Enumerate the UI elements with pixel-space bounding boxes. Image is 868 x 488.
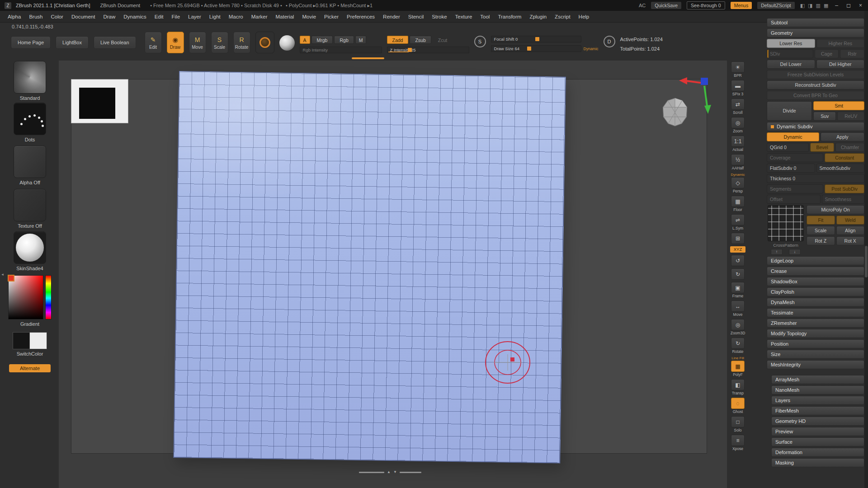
spin-ccw-button[interactable]: ↺ — [731, 255, 745, 266]
section-deformation[interactable]: Deformation — [771, 448, 864, 457]
menu-material[interactable]: Material — [272, 11, 298, 23]
rgb-intensity-slider[interactable]: Rgb Intensity — [300, 47, 382, 53]
scale-button[interactable]: S Scale — [211, 32, 228, 53]
post-subdiv-button[interactable]: Post SubDiv — [825, 184, 864, 193]
weld-button[interactable]: Weld — [836, 216, 865, 225]
zsub-button[interactable]: Zsub — [410, 36, 431, 44]
main-color-swatch[interactable] — [13, 332, 30, 349]
rstr-button[interactable]: Rstr — [840, 49, 864, 58]
align-button[interactable]: Align — [836, 226, 865, 235]
floor-button[interactable]: ▦Floor — [731, 196, 745, 212]
menu-document[interactable]: Document — [67, 11, 99, 23]
constant-button[interactable]: Constant — [825, 153, 864, 162]
menu-preferences[interactable]: Preferences — [343, 11, 379, 23]
actual-button[interactable]: 1:1Actual — [731, 136, 745, 152]
current-material-button[interactable] — [279, 35, 295, 51]
freeze-subdivision-button[interactable]: Freeze SubDivision Levels — [767, 70, 864, 79]
section-tessimate[interactable]: Tessimate — [767, 308, 864, 317]
zadd-button[interactable]: Zadd — [387, 36, 409, 44]
section-layers[interactable]: Layers — [771, 396, 864, 405]
del-higher-button[interactable]: Del Higher — [816, 60, 865, 69]
dock-left-icon[interactable]: ◧ — [800, 3, 805, 9]
rotate-button[interactable]: R Rotate — [233, 32, 250, 53]
move-button[interactable]: ↔Move — [731, 300, 745, 317]
menus-button[interactable]: Menus — [731, 2, 752, 9]
lsym-button[interactable]: ⇌L.Sym — [731, 214, 745, 230]
thickness-slider[interactable]: Thickness 0 — [767, 174, 864, 183]
sdiv-slider[interactable]: SDiv — [767, 49, 813, 58]
qgrid-slider[interactable]: QGrid 0 — [767, 143, 809, 152]
suv-button[interactable]: Suv — [813, 112, 836, 121]
spix-slider[interactable]: ▬SPix 3 — [731, 80, 745, 96]
del-lower-button[interactable]: Del Lower — [767, 60, 815, 69]
xpose-button[interactable]: ≡Xpose — [731, 435, 745, 451]
menu-transform[interactable]: Transform — [494, 11, 525, 23]
quicksave-button[interactable]: QuickSave — [651, 2, 681, 9]
section-geometry-hd[interactable]: Geometry HD — [771, 417, 864, 426]
lightbox-button[interactable]: LightBox — [56, 36, 89, 49]
nav-dash-left[interactable] — [359, 472, 384, 473]
menu-movie[interactable]: Movie — [298, 11, 320, 23]
plane3d-mesh[interactable] — [174, 71, 566, 463]
section-meshintegrity[interactable]: MeshIntegrity — [767, 360, 864, 369]
divide-button[interactable]: Divide — [767, 101, 812, 121]
layout-grid-icon[interactable]: ▦ — [824, 3, 828, 9]
section-nanomesh[interactable]: NanoMesh — [771, 385, 864, 394]
local-button[interactable]: ⊞ — [731, 233, 745, 244]
next-pattern-button[interactable]: ↓ — [789, 249, 801, 255]
texture-selector[interactable]: Texture Off — [0, 189, 60, 229]
offset-slider[interactable]: Offset — [767, 195, 821, 204]
aahalf-button[interactable]: ½AAHalf — [731, 154, 745, 170]
menu-zplugin[interactable]: Zplugin — [525, 11, 551, 23]
maximize-button[interactable]: ◻ — [845, 2, 852, 9]
brush-preview-button[interactable] — [255, 32, 274, 53]
frame-button[interactable]: ▣Frame — [731, 282, 745, 298]
alpha-selector[interactable]: Alpha Off — [0, 145, 60, 185]
draw-size-slider[interactable]: Draw Size 64 — [491, 45, 581, 52]
panes-icon[interactable]: ▥ — [816, 3, 821, 9]
menu-layer[interactable]: Layer — [184, 11, 205, 23]
section-claypolish[interactable]: ClayPolish — [767, 287, 864, 296]
menu-tool[interactable]: Tool — [476, 11, 494, 23]
edit-button[interactable]: ✎ Edit — [145, 32, 162, 53]
saturation-square[interactable] — [8, 275, 43, 319]
brush-selector[interactable]: Standard — [0, 61, 60, 101]
mrgb-button[interactable]: Mrgb — [311, 36, 333, 44]
transp-button[interactable]: ◧Transp — [731, 379, 745, 395]
rotate-button[interactable]: ↻Rotate — [731, 338, 745, 354]
menu-edit[interactable]: Edit — [151, 11, 168, 23]
micropoly-scale-button[interactable]: Scale — [807, 226, 835, 235]
dynamic-subdiv-header[interactable]: Dynamic Subdiv — [767, 122, 864, 131]
nav-up-icon[interactable]: ▲ — [387, 470, 391, 474]
nav-down-icon[interactable]: ▼ — [393, 470, 397, 474]
section-fibermesh[interactable]: FiberMesh — [771, 406, 864, 415]
shelf-collapse-arrow[interactable]: ◂ — [0, 270, 5, 278]
solo-button[interactable]: □Solo — [731, 416, 745, 432]
camera-head-widget[interactable] — [660, 97, 690, 127]
xyz-button[interactable]: XYZ — [730, 246, 745, 253]
bpr-button[interactable]: ☀BPR — [731, 61, 745, 78]
reconstruct-subdiv-button[interactable]: Reconstruct Subdiv — [767, 80, 864, 89]
fit-button[interactable]: Fit — [807, 216, 835, 225]
section-modify-topology[interactable]: Modify Topology — [767, 329, 864, 338]
see-through-slider[interactable]: See-through 0 — [687, 1, 725, 9]
rot-x-button[interactable]: Rot X — [836, 236, 865, 245]
persp-button[interactable]: Dynamic◇Persp — [731, 173, 745, 193]
scroll-button[interactable]: ⇄Scroll — [731, 99, 745, 115]
menu-light[interactable]: Light — [205, 11, 225, 23]
draw-button[interactable]: ◉ Draw — [167, 32, 184, 53]
menu-help[interactable]: Help — [575, 11, 594, 23]
convert-bpr-button[interactable]: Convert BPR To Geo — [767, 91, 864, 100]
menu-marker[interactable]: Marker — [247, 11, 272, 23]
menu-dynamics[interactable]: Dynamics — [119, 11, 150, 23]
reuv-button[interactable]: ReUV — [837, 112, 864, 121]
prev-pattern-button[interactable]: ↑ — [771, 249, 783, 255]
rot-z-button[interactable]: Rot Z — [807, 236, 835, 245]
zoom-button[interactable]: ◎Zoom — [731, 117, 745, 133]
menu-macro[interactable]: Macro — [225, 11, 247, 23]
cage-button[interactable]: Cage — [815, 49, 839, 58]
polyf-button[interactable]: Line Fill▦PolyF — [731, 356, 745, 377]
stroke-selector[interactable]: Dots — [0, 103, 60, 142]
secondary-color-swatch[interactable] — [30, 332, 47, 349]
menu-stroke[interactable]: Stroke — [428, 11, 451, 23]
